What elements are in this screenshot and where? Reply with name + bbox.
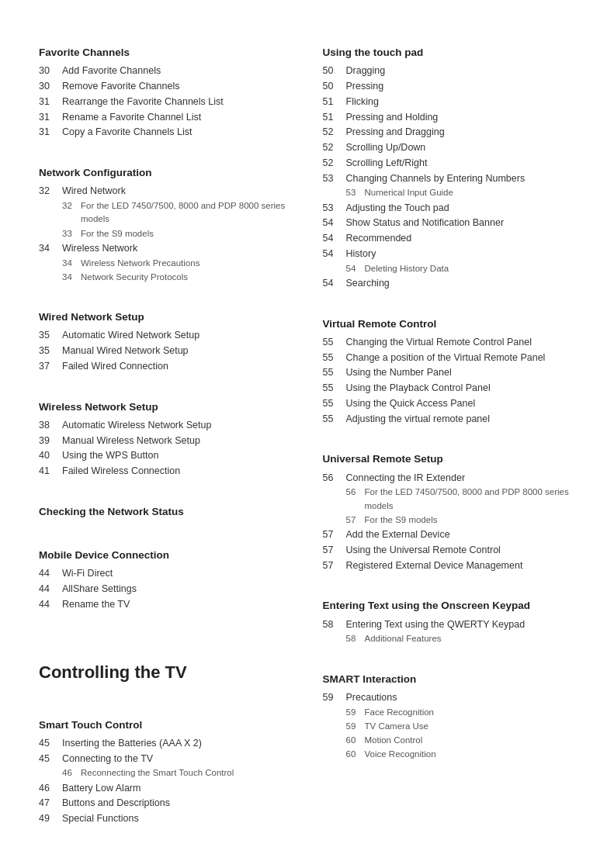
toc-entry: 30 Remove Favorite Channels [39,79,292,94]
toc-entry: 55 Using the Playback Control Panel [323,381,576,396]
toc-entry: 50 Pressing [323,79,576,94]
right-column: Using the touch pad 50 Dragging 50 Press… [323,31,576,827]
toc-entry: 57 Registered External Device Management [323,558,576,573]
toc-entry: 50 Dragging [323,64,576,78]
toc-entry: 45 Connecting to the TV [39,752,292,766]
section-controlling-tv: Controlling the TV [39,659,292,685]
toc-entry: 51 Flicking [323,95,576,109]
toc-entry: 44 Wi-Fi Direct [39,566,292,581]
toc-entry: 52 Pressing and Dragging [323,125,576,140]
toc-entry: 38 Automatic Wireless Network Setup [39,418,292,433]
toc-entry: 53 Adjusting the Touch pad [323,201,576,216]
toc-entry: 57 Add the External Device [323,527,576,542]
toc-entry: 44 AllShare Settings [39,582,292,597]
toc-entry: 47 Buttons and Descriptions [39,796,292,811]
toc-entry: 54 Recommended [323,231,576,246]
section-smart-touch: Smart Touch Control [39,718,292,733]
toc-entry: 30 Add Favorite Channels [39,64,292,78]
toc-entry-sub: 56 For the LED 7450/7500, 8000 and PDP 8… [323,486,576,513]
toc-entry: 55 Change a position of the Virtual Remo… [323,351,576,365]
toc-entry: 58 Entering Text using the QWERTY Keypad [323,617,576,632]
toc-entry: 55 Changing the Virtual Remote Control P… [323,335,576,350]
toc-entry: 53 Changing Channels by Entering Numbers [323,171,576,186]
toc-entry: 34 Wireless Network [39,241,292,256]
section-checking-network: Checking the Network Status [39,504,292,520]
toc-entry: 45 Inserting the Batteries (AAA X 2) [39,736,292,751]
toc-entry-sub: 34 Wireless Network Precautions [39,257,292,270]
toc-entry-sub: 60 Voice Recognition [323,748,576,761]
toc-entry: 54 History [323,247,576,261]
toc-entry: 31 Copy a Favorite Channels List [39,125,292,140]
section-mobile-device: Mobile Device Connection [39,548,292,563]
section-smart-interaction: SMART Interaction [323,672,576,687]
toc-entry: 49 Special Functions [39,811,292,826]
toc-entry: 51 Pressing and Holding [323,110,576,125]
toc-entry-sub: 60 Motion Control [323,734,576,747]
toc-entry: 41 Failed Wireless Connection [39,464,292,479]
toc-entry: 54 Show Status and Notification Banner [323,216,576,230]
toc-entry: 32 Wired Network [39,184,292,199]
section-universal-remote: Universal Remote Setup [323,451,576,467]
toc-entry: 55 Adjusting the virtual remote panel [323,412,576,427]
section-wireless-network-setup: Wireless Network Setup [39,399,292,415]
toc-entry-sub: 33 For the S9 models [39,227,292,240]
toc-entry-sub: 53 Numerical Input Guide [323,186,576,199]
toc-entry: 39 Manual Wireless Network Setup [39,434,292,448]
toc-entry: 44 Rename the TV [39,597,292,612]
section-virtual-remote: Virtual Remote Control [323,316,576,332]
toc-entry: 46 Battery Low Alarm [39,781,292,796]
section-entering-text: Entering Text using the Onscreen Keypad [323,598,576,614]
toc-entry: 52 Scrolling Up/Down [323,140,576,155]
toc-entry: 40 Using the WPS Button [39,448,292,463]
toc-entry: 35 Automatic Wired Network Setup [39,328,292,343]
toc-entry: 52 Scrolling Left/Right [323,156,576,171]
section-touch-pad: Using the touch pad [323,45,576,61]
toc-entry-sub: 57 For the S9 models [323,514,576,527]
toc-entry-sub: 54 Deleting History Data [323,262,576,275]
section-wired-network-setup: Wired Network Setup [39,310,292,325]
toc-entry: 59 Precautions [323,690,576,705]
toc-entry: 35 Manual Wired Network Setup [39,344,292,358]
toc-entry: 56 Connecting the IR Extender [323,471,576,486]
toc-entry-sub: 59 Face Recognition [323,706,576,719]
toc-entry: 37 Failed Wired Connection [39,359,292,374]
toc-entry-sub: 59 TV Camera Use [323,720,576,733]
section-network-configuration: Network Configuration [39,165,292,181]
toc-entry: 55 Using the Quick Access Panel [323,396,576,411]
toc-entry-sub: 32 For the LED 7450/7500, 8000 and PDP 8… [39,199,292,227]
toc-entry-sub: 34 Network Security Protocols [39,271,292,284]
toc-entry: 31 Rename a Favorite Channel List [39,110,292,125]
toc-entry-sub: 46 Reconnecting the Smart Touch Control [39,766,292,780]
toc-entry: 57 Using the Universal Remote Control [323,543,576,558]
toc-entry: 55 Using the Number Panel [323,365,576,380]
toc-entry: 54 Searching [323,276,576,291]
section-favorite-channels: Favorite Channels [39,45,292,61]
toc-entry-sub: 58 Additional Features [323,632,576,645]
toc-entry: 31 Rearrange the Favorite Channels List [39,95,292,109]
left-column: Favorite Channels 30 Add Favorite Channe… [39,31,292,827]
